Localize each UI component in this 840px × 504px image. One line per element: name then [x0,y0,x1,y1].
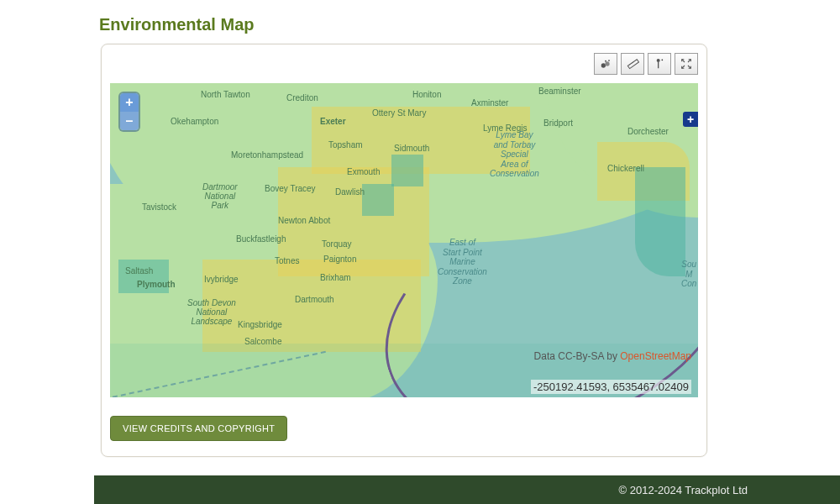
map-label: Chickerell [607,164,644,173]
map-sea-label: Sou M Con [681,260,696,289]
ruler-icon [626,57,639,71]
view-credits-button[interactable]: VIEW CREDITS AND COPYRIGHT [110,416,287,441]
map-label: Dorchester [627,127,669,136]
svg-point-3 [608,60,610,61]
map-label: Dartmouth [295,295,334,304]
svg-point-0 [601,63,606,67]
map-label: Torquay [322,239,352,249]
map-label: Brixham [320,273,351,282]
map-area-label: Dartmoor National Park [202,182,238,210]
map-area-label: South Devon National Landscape [187,298,236,326]
overlay-zone [391,155,423,186]
panel-expand-button[interactable]: + [683,112,698,127]
map-label: Ottery St Mary [372,108,426,118]
map-attribution: Data CC-By-SA by OpenStreetMap [534,350,691,362]
map-label: Saltash [125,266,153,276]
map-label: Sidmouth [394,144,429,153]
map-label: Exmouth [347,167,380,176]
zoom-out-button[interactable]: – [120,112,139,130]
map-sea-label: East of Start Point Marine Conservation … [438,238,487,286]
attribution-prefix: Data CC-By-SA by [534,350,621,362]
map-panel: North Tawton Crediton Honiton Axminster … [101,44,707,457]
page-footer: © 2012-2024 Trackplot Ltd [94,475,840,504]
map-label: Okehampton [171,117,218,126]
svg-point-8 [657,59,660,62]
map-label: Salcombe [244,337,281,346]
fullscreen-icon [680,57,693,71]
map-label: Bovey Tracey [265,184,316,193]
zoom-in-button[interactable]: + [120,93,139,112]
map-label: Paignton [323,255,356,264]
measure-button[interactable] [621,53,644,75]
copyright-text: © 2012-2024 Trackplot Ltd [619,484,748,496]
map-label: Plymouth [137,280,176,289]
map-label: Ivybridge [204,275,239,284]
marker-button[interactable] [648,53,671,75]
layers-icon [599,57,612,71]
svg-point-1 [605,61,609,66]
map-label: Buckfastleigh [236,234,286,244]
layers-button[interactable] [594,53,617,75]
svg-point-10 [661,59,663,60]
cursor-coordinates: -250192.41593, 6535467.02409 [531,380,691,394]
overlay-zone [362,184,394,216]
page-title: Environmental Map [99,15,254,34]
map-label: Exeter [320,117,346,126]
map-label: Topsham [328,140,363,150]
map-label: Dawlish [335,187,365,197]
map-label: Tavistock [142,202,176,212]
map-label: Newton Abbot [278,216,330,225]
svg-rect-4 [627,60,638,69]
map-label: Kingsbridge [238,320,282,329]
map-label: Bridport [543,118,573,128]
map-label: Honiton [412,90,441,99]
map-label: Beaminster [538,87,581,96]
fullscreen-button[interactable] [675,53,698,75]
map-toolbar [594,53,698,75]
map-label: Axminster [471,98,508,108]
map-sea-label: Lyme Bay and Torbay Special Area of Cons… [490,130,539,179]
map-label: Totnes [275,256,299,265]
osm-link[interactable]: OpenStreetMap [620,350,691,362]
marker-icon [653,57,666,71]
map-label: Crediton [286,93,318,102]
svg-point-2 [605,60,606,62]
zoom-control: + – [120,93,139,130]
map-label: Moretonhampstead [231,150,303,160]
map-label: North Tawton [201,90,250,99]
map-canvas[interactable]: North Tawton Crediton Honiton Axminster … [110,83,698,397]
